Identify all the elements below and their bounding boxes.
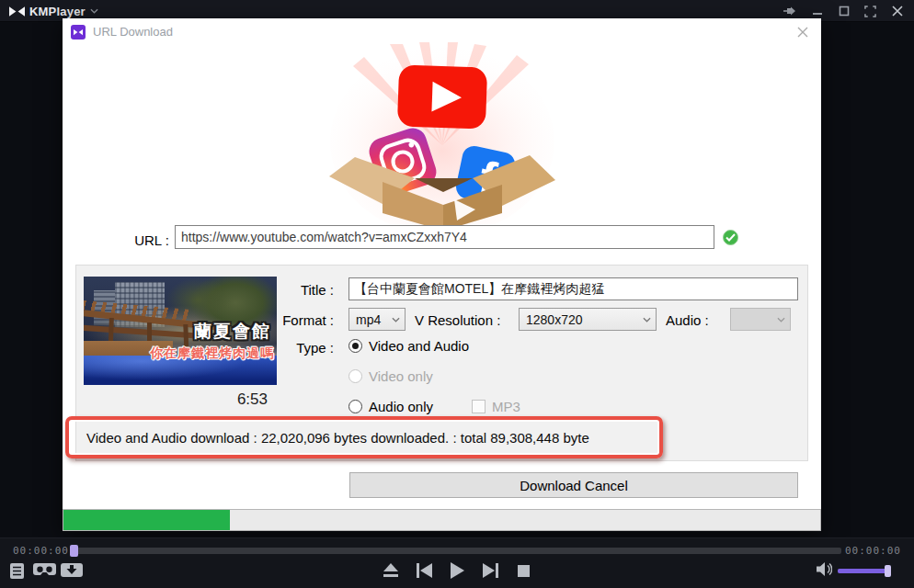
youtube-icon	[396, 64, 486, 129]
next-icon	[483, 563, 498, 578]
radio-icon	[348, 339, 362, 353]
dialog-title: URL Download	[93, 25, 173, 39]
type-label: Type :	[260, 340, 334, 356]
time-elapsed: 00:00:00	[13, 545, 69, 557]
volume-handle[interactable]	[885, 565, 891, 577]
video-thumbnail: 蘭夏會館 你在摩鐵裡烤肉過嗎	[84, 277, 277, 385]
eject-button[interactable]	[380, 560, 402, 582]
url-download-dialog: URL Download	[63, 18, 821, 531]
cardboard-box	[329, 155, 555, 231]
video-info-panel: 蘭夏會館 你在摩鐵裡烤肉過嗎 6:53 Title : Format : mp4…	[75, 265, 808, 461]
url-download-button[interactable]	[61, 563, 83, 577]
url-input[interactable]	[175, 225, 714, 249]
facebook-icon: f	[452, 144, 516, 210]
thumbnail-subtitle-text: 你在摩鐵裡烤肉過嗎	[150, 345, 274, 362]
playlist-button[interactable]	[10, 563, 24, 579]
instagram-icon	[365, 125, 440, 199]
eject-icon	[383, 563, 399, 578]
url-label: URL :	[123, 232, 169, 248]
kmplayer-window: KMPlayer	[0, 0, 914, 588]
time-total: 00:00:00	[845, 545, 901, 557]
pin-icon	[783, 6, 797, 17]
resolution-value: 1280x720	[526, 312, 583, 327]
dialog-close-button[interactable]	[794, 23, 812, 41]
radio-video-only: Video only	[348, 368, 433, 384]
download-progress-bar	[63, 509, 821, 531]
radio-label: Audio only	[369, 399, 433, 414]
close-icon	[892, 6, 903, 17]
format-select[interactable]: mp4	[348, 308, 406, 331]
vr-goggles-icon	[33, 563, 56, 577]
rays	[353, 42, 529, 145]
seek-handle[interactable]	[70, 545, 78, 557]
video-duration: 6:53	[84, 390, 268, 409]
stop-icon	[518, 565, 530, 577]
download-box-graphic: f	[327, 42, 557, 231]
mp3-checkbox	[472, 400, 486, 413]
seek-bar[interactable]	[70, 548, 841, 554]
resolution-select[interactable]: 1280x720	[519, 308, 657, 331]
volume-fill	[838, 569, 888, 573]
play-icon	[451, 562, 464, 579]
volume-slider[interactable]	[838, 569, 891, 573]
dialog-header: URL Download	[63, 18, 821, 44]
url-valid-check-icon	[723, 230, 738, 245]
next-button[interactable]	[479, 560, 501, 582]
fullscreen-icon	[864, 6, 876, 17]
speaker-icon	[817, 562, 832, 576]
mp3-checkbox-row: MP3	[472, 399, 520, 414]
radio-video-and-audio[interactable]: Video and Audio	[348, 338, 469, 354]
title-input[interactable]	[348, 277, 798, 300]
play-button[interactable]	[446, 560, 468, 582]
audio-select	[730, 308, 791, 331]
volume-button[interactable]	[817, 562, 832, 576]
format-label: Format :	[260, 312, 334, 328]
maximize-button[interactable]	[830, 0, 857, 22]
chevron-down-icon	[90, 8, 98, 14]
download-icon	[61, 563, 83, 577]
svg-text:f: f	[474, 151, 501, 206]
radio-label: Video only	[369, 368, 433, 384]
vr-mode-button[interactable]	[33, 563, 56, 577]
previous-button[interactable]	[413, 560, 435, 582]
chevron-down-icon	[392, 317, 400, 322]
chevron-down-icon	[643, 317, 651, 322]
radio-icon	[348, 369, 362, 383]
mp3-label: MP3	[492, 399, 520, 414]
radio-label: Video and Audio	[369, 338, 469, 354]
format-value: mp4	[356, 312, 381, 327]
fullscreen-button[interactable]	[857, 0, 884, 22]
download-progress-fill	[63, 510, 230, 530]
radio-icon	[348, 400, 362, 413]
minimize-icon	[812, 6, 823, 17]
kmplayer-dialog-icon	[71, 25, 86, 40]
radio-audio-only[interactable]: Audio only	[348, 399, 433, 414]
playlist-icon	[10, 563, 24, 579]
app-title: KMPlayer	[29, 5, 86, 18]
maximize-icon	[839, 6, 850, 17]
chevron-down-icon	[777, 317, 785, 322]
download-status-text: Video and Audio download : 22,020,096 by…	[86, 430, 589, 446]
close-window-button[interactable]	[884, 0, 910, 22]
stop-button[interactable]	[512, 560, 534, 582]
download-cancel-label: Download Cancel	[520, 478, 628, 493]
resolution-label: V Resolution :	[415, 312, 500, 328]
download-cancel-button[interactable]: Download Cancel	[349, 472, 798, 498]
player-control-bar: 00:00:00 00:00:00	[0, 537, 914, 588]
kmplayer-logo-icon	[9, 6, 25, 17]
close-icon	[796, 26, 809, 39]
audio-label: Audio :	[666, 312, 709, 328]
title-label: Title :	[260, 282, 334, 298]
previous-icon	[417, 563, 432, 578]
